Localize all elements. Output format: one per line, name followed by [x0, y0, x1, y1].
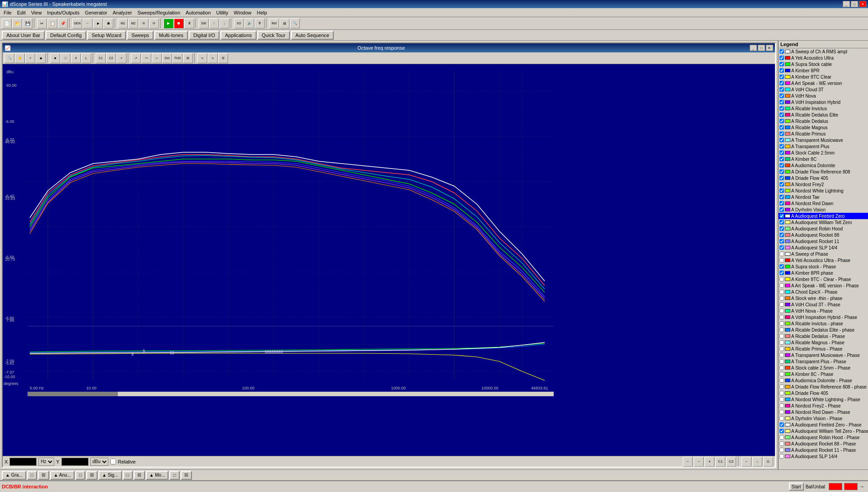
quick-tour-button[interactable]: Quick Tour	[257, 31, 290, 40]
legend-checkbox[interactable]	[779, 163, 784, 168]
mo-close-btn[interactable]: ☒	[181, 471, 192, 480]
sweep-btn2[interactable]: ↑	[209, 19, 219, 28]
legend-checkbox[interactable]	[779, 309, 784, 313]
legend-checkbox[interactable]	[779, 182, 784, 187]
legend-checkbox[interactable]	[779, 56, 784, 60]
legend-checkbox[interactable]	[779, 125, 784, 130]
legend-checkbox[interactable]	[779, 321, 784, 326]
legend-checkbox[interactable]	[779, 112, 784, 117]
save-button[interactable]: 💾	[23, 19, 33, 28]
zoom-x-btn[interactable]: ↔	[742, 457, 751, 467]
sig-restore-btn[interactable]: □	[123, 471, 133, 480]
sweep-btn1[interactable]: SW	[199, 19, 209, 28]
io-btn1[interactable]: I/O	[234, 19, 244, 28]
legend-item[interactable]: A Supra Stock cable	[779, 61, 868, 67]
legend-item[interactable]: A VdH Nova - Phase	[779, 308, 868, 314]
legend-checkbox[interactable]	[779, 359, 784, 364]
legend-checkbox[interactable]	[779, 94, 784, 98]
y-value-input[interactable]	[61, 458, 89, 466]
legend-item[interactable]: A Audioquest Robin Hood - Phase	[779, 434, 868, 440]
legend-item[interactable]: A Transparent Plus - Phase	[779, 358, 868, 365]
legend-checkbox[interactable]	[779, 157, 784, 161]
legend-item[interactable]: A Audioquest Rocket 88	[779, 232, 868, 238]
legend-checkbox[interactable]	[779, 403, 784, 408]
legend-item[interactable]: A Nordost Red Dawn - Phase	[779, 409, 868, 415]
legend-list[interactable]: A Sweep of Ch A RMS amplA Yeti Acoustics…	[779, 48, 868, 469]
legend-item[interactable]: A Audioquest Rocket 11	[779, 238, 868, 244]
legend-item[interactable]: A VdH Cloud 3T - Phase	[779, 301, 868, 308]
legend-item[interactable]: A Kimber 8TC - Clear - Phase	[779, 276, 868, 282]
graph-panel-btn[interactable]: ▲ Gra...	[2, 471, 26, 480]
legend-checkbox[interactable]	[779, 100, 784, 104]
close-button[interactable]: ✕	[859, 1, 866, 7]
legend-checkbox[interactable]	[779, 290, 784, 294]
legend-checkbox[interactable]	[779, 429, 784, 433]
hand-btn[interactable]: ✋	[15, 53, 25, 63]
chart-close-button[interactable]: ✕	[766, 45, 773, 51]
legend-checkbox[interactable]	[779, 454, 784, 459]
gen-btn2[interactable]: ~	[83, 19, 93, 28]
legend-checkbox[interactable]	[779, 258, 784, 262]
crosshair-btn[interactable]: +	[25, 53, 35, 63]
legend-item[interactable]: A Sweep of Ch A RMS ampl	[779, 48, 868, 55]
meas-btn4[interactable]: ⟳	[149, 19, 159, 28]
run-btn[interactable]: ▶	[163, 19, 173, 28]
legend-checkbox[interactable]	[779, 49, 784, 54]
legend-item[interactable]: A Ricable Primus	[779, 131, 868, 137]
anu-panel-btn[interactable]: ▲ Anu...	[50, 471, 75, 480]
legend-checkbox[interactable]	[779, 75, 784, 79]
legend-item[interactable]: A Audioquest William Tell Zero - Phase	[779, 428, 868, 434]
legend-item[interactable]: A Nordost White Lightning - Phase	[779, 396, 868, 403]
menu-view[interactable]: View	[28, 9, 45, 16]
legend-checkbox[interactable]	[779, 68, 784, 73]
zoom-y-btn[interactable]: ↕	[752, 457, 762, 467]
menu-sweeps-regulation[interactable]: Sweeps/Regulation	[135, 9, 183, 16]
legend-checkbox[interactable]	[779, 384, 784, 389]
scale-btn1[interactable]: ■	[50, 53, 60, 63]
multi-tones-button[interactable]: Multi-tones	[154, 31, 188, 40]
legend-item[interactable]: A Kimber 8C	[779, 156, 868, 162]
legend-item[interactable]: A VdH Inspiration Hybrid - Phase	[779, 314, 868, 320]
legend-item[interactable]: A Yeti Acoustics Ultra	[779, 55, 868, 61]
graph-close-btn[interactable]: ☒	[38, 471, 49, 480]
cursor-c2-btn[interactable]: C2	[726, 457, 736, 467]
cursor1-btn[interactable]: C1	[96, 53, 106, 63]
legend-checkbox[interactable]	[779, 315, 784, 319]
cut-button[interactable]: ✂	[37, 19, 47, 28]
mo-panel-btn[interactable]: ▲ Mo...	[146, 471, 169, 480]
chart-minimize-button[interactable]: _	[750, 45, 757, 51]
cursor-c1-btn[interactable]: C1	[715, 457, 725, 467]
legend-checkbox[interactable]	[779, 441, 784, 446]
legend-item[interactable]: A Audioquest SLP 14/4	[779, 453, 868, 459]
legend-item[interactable]: A Transparent Plus	[779, 143, 868, 150]
legend-item[interactable]: A Driade Flow Reference 808	[779, 169, 868, 175]
legend-checkbox[interactable]	[779, 233, 784, 237]
legend-checkbox[interactable]	[779, 62, 784, 66]
legend-checkbox[interactable]	[779, 397, 784, 402]
legend-item[interactable]: A Stock cable 2.5mm - Phase	[779, 365, 868, 371]
default-config-button[interactable]: Default Config	[46, 31, 86, 40]
sweeps-button[interactable]: Sweeps	[127, 31, 154, 40]
sig-panel-btn[interactable]: ▲ Sig...	[98, 471, 121, 480]
relative-checkbox[interactable]	[110, 459, 116, 464]
legend-checkbox[interactable]	[779, 239, 784, 244]
x-value-input[interactable]	[9, 458, 37, 466]
legend-checkbox[interactable]	[779, 340, 784, 345]
legend-item[interactable]: A Nordost Red Dawn	[779, 200, 868, 206]
meas-btn3[interactable]: ⟲	[139, 19, 149, 28]
io-btn2[interactable]: 🔊	[244, 19, 254, 28]
legend-item[interactable]: A Ricable Dedalus Elite	[779, 112, 868, 118]
legend-item[interactable]: A Audioquest Firebird Zero - Phase	[779, 422, 868, 428]
gen-btn4[interactable]: ⏹	[103, 19, 113, 28]
legend-checkbox[interactable]	[779, 207, 784, 212]
legend-checkbox[interactable]	[779, 391, 784, 395]
graph-restore-btn[interactable]: □	[27, 471, 37, 480]
grid-btn[interactable]: #	[71, 53, 81, 63]
legend-item[interactable]: A Kimber 8PR phase	[779, 270, 868, 276]
chart-restore-button[interactable]: □	[758, 45, 765, 51]
x-unit-select[interactable]: Hz	[38, 458, 54, 466]
legend-item[interactable]: A Art Speak - WE version - Phase	[779, 282, 868, 289]
legend-checkbox[interactable]	[779, 138, 784, 142]
legend-checkbox[interactable]	[779, 201, 784, 206]
meas-btn2[interactable]: M2	[128, 19, 138, 28]
